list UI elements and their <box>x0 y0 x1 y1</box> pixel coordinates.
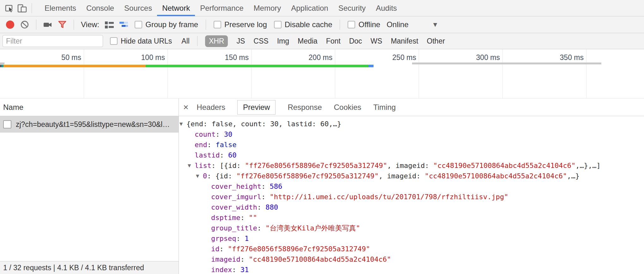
preview-tree-line: cover_imgurl: "http://i1.umei.cc/uploads… <box>179 192 644 202</box>
json-token-str: "cc48190e57100864abc4d55a2c4104c6" <box>433 162 575 170</box>
preview-tree: ▼{end: false, count: 30, lastid: 60,…}co… <box>179 116 644 274</box>
timeline-gridline <box>167 49 168 98</box>
checkbox-box[interactable] <box>274 21 282 28</box>
close-icon[interactable]: × <box>183 102 188 112</box>
json-token-key: lastid <box>195 151 220 159</box>
tab-network[interactable]: Network <box>157 0 195 16</box>
checkbox-label: Group by frame <box>145 20 198 29</box>
hide-data-urls-checkbox[interactable]: Hide data URLs <box>110 37 172 45</box>
device-toolbar-icon[interactable] <box>16 2 28 15</box>
timeline-tick-label: 350 ms <box>520 53 584 62</box>
record-network-log-button[interactable] <box>4 18 16 31</box>
preview-tree-line[interactable]: ▼list: [{id: "ff276e8056f58896e7cf92505a… <box>179 160 644 171</box>
devtools-tabbar: ElementsConsoleSourcesNetworkPerformance… <box>0 0 644 16</box>
json-token-key: index <box>211 266 232 274</box>
checkbox-box[interactable] <box>135 21 142 28</box>
divider <box>74 20 74 30</box>
json-token-plain: : <box>216 130 224 138</box>
tab-sources[interactable]: Sources <box>119 0 157 16</box>
timeline-gridline <box>335 49 335 98</box>
chevron-down-icon[interactable]: ▼ <box>432 21 439 28</box>
detail-tab-cookies[interactable]: Cookies <box>334 103 361 112</box>
expand-arrow-icon[interactable]: ▼ <box>188 160 195 171</box>
detail-tab-headers[interactable]: Headers <box>197 103 225 112</box>
filter-type-all[interactable]: All <box>181 37 190 45</box>
json-token-key: grpseq <box>211 235 236 242</box>
detail-tab-preview[interactable]: Preview <box>237 100 276 115</box>
large-request-rows-icon[interactable] <box>103 18 116 31</box>
tab-memory[interactable]: Memory <box>249 0 286 16</box>
filter-type-pills: XHRJSCSSImgMediaFontDocWSManifestOther <box>205 35 445 47</box>
expand-arrow-icon[interactable]: ▼ <box>196 171 203 181</box>
devtools-window: ElementsConsoleSourcesNetworkPerformance… <box>0 0 644 274</box>
divider <box>32 3 32 13</box>
json-token-plain: : <box>261 193 270 201</box>
tab-security[interactable]: Security <box>333 0 371 16</box>
filter-type-css[interactable]: CSS <box>253 37 268 45</box>
throttling-select[interactable]: Online <box>386 20 408 29</box>
preview-tree-line: dsptime: "" <box>179 212 644 223</box>
waterfall-pending-bar-left <box>0 63 4 64</box>
detail-tab-response[interactable]: Response <box>288 103 322 112</box>
filter-type-ws[interactable]: WS <box>371 37 382 45</box>
json-token-plain: : <box>240 214 249 222</box>
filter-type-media[interactable]: Media <box>298 37 318 45</box>
timeline-tick-label: 150 ms <box>185 53 249 62</box>
tab-console[interactable]: Console <box>81 0 119 16</box>
json-token-plain: : <box>220 245 228 253</box>
filter-type-xhr[interactable]: XHR <box>205 35 228 47</box>
filter-type-font[interactable]: Font <box>326 37 341 45</box>
waterfall-waiting-segment <box>3 65 146 67</box>
filter-type-manifest[interactable]: Manifest <box>391 37 418 45</box>
checkbox-box[interactable] <box>110 37 118 45</box>
expand-arrow-icon[interactable]: ▼ <box>179 119 186 129</box>
filter-funnel-icon[interactable] <box>56 18 69 31</box>
name-column-header[interactable]: Name <box>0 98 179 116</box>
filter-type-js[interactable]: JS <box>236 37 245 45</box>
preview-tree-line[interactable]: ▼{end: false, count: 30, lastid: 60,…} <box>179 119 644 129</box>
detail-tabs-bar: × HeadersPreviewResponseCookiesTiming <box>179 98 644 116</box>
checkbox-label: Offline <box>358 20 380 29</box>
detail-tab-timing[interactable]: Timing <box>373 103 396 112</box>
tab-audits[interactable]: Audits <box>371 0 402 16</box>
capture-screenshots-icon[interactable] <box>41 18 54 31</box>
filter-input[interactable] <box>3 35 103 47</box>
json-token-key: list <box>195 162 211 170</box>
json-token-plain: : <box>261 182 270 190</box>
tab-application[interactable]: Application <box>286 0 333 16</box>
json-token-num: 31 <box>240 266 249 274</box>
json-token-key: end <box>195 141 207 149</box>
filter-type-doc[interactable]: Doc <box>349 37 362 45</box>
disable-cache-checkbox[interactable]: Disable cache <box>274 20 332 29</box>
divider <box>340 20 340 30</box>
json-token-plain: : <box>232 266 240 274</box>
detail-tabs: HeadersPreviewResponseCookiesTiming <box>197 98 396 116</box>
json-token-str: "ff276e8056f58896e7cf92505a312749" <box>245 162 387 170</box>
filter-type-other[interactable]: Other <box>427 37 445 45</box>
offline-checkbox[interactable]: Offline <box>348 20 380 29</box>
json-token-plain: , imageid: <box>379 172 425 180</box>
group-by-frame-checkbox[interactable]: Group by frame <box>135 20 198 29</box>
timeline-overview[interactable]: 50 ms100 ms150 ms200 ms250 ms300 ms350 m… <box>0 49 644 98</box>
inspect-element-icon[interactable] <box>3 2 16 15</box>
clear-network-log-button[interactable] <box>18 18 31 31</box>
requests-panel: Name zj?ch=beauty&t1=595&listtype=new&sn… <box>0 98 179 274</box>
json-token-bool: false <box>216 141 236 149</box>
checkbox-box[interactable] <box>348 21 355 28</box>
preserve-log-checkbox[interactable]: Preserve log <box>214 20 267 29</box>
preview-tree-line[interactable]: ▼0: {id: "ff276e8056f58896e7cf92505a3127… <box>179 171 644 181</box>
json-token-str: "http://i1.umei.cc/uploads/tu/201701/798… <box>270 193 508 201</box>
json-token-str: "台湾美女Kila户外唯美写真" <box>265 224 360 232</box>
tab-performance[interactable]: Performance <box>195 0 248 16</box>
json-token-plain: : {id: <box>207 172 236 180</box>
filter-type-img[interactable]: Img <box>277 37 289 45</box>
json-token-key: count <box>195 130 216 138</box>
json-token-num: 880 <box>265 203 278 211</box>
json-token-str: "ff276e8056f58896e7cf92505a312749" <box>228 245 370 253</box>
tab-elements[interactable]: Elements <box>39 0 81 16</box>
show-overview-icon[interactable] <box>118 18 130 31</box>
checkbox-box[interactable] <box>214 21 221 28</box>
json-token-key: imageid <box>211 255 240 263</box>
summary-text: 1 / 32 requests | 4.1 KB / 4.1 KB transf… <box>3 264 144 272</box>
request-row[interactable]: zj?ch=beauty&t1=595&listtype=new&sn=30&l… <box>0 116 179 133</box>
